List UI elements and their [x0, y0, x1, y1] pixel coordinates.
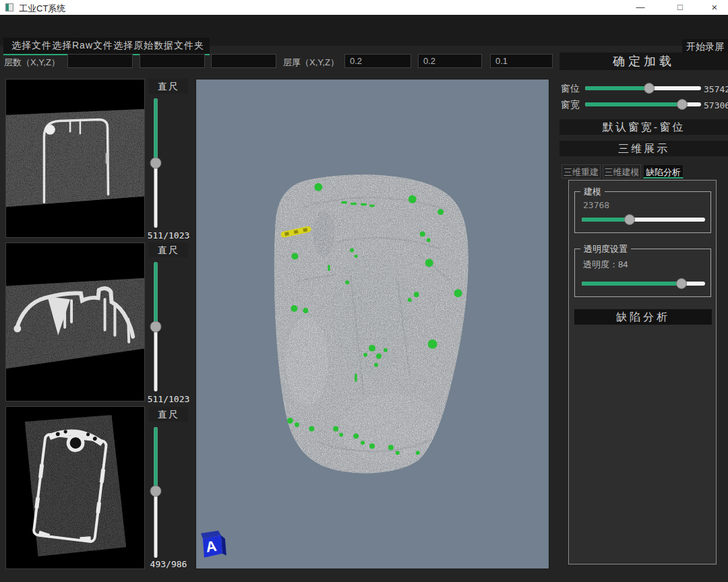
- file-button-group: 选择文件 选择Raw文件 选择原始数据文件夹: [3, 38, 210, 55]
- select-folder-button[interactable]: 选择原始数据文件夹: [113, 40, 204, 52]
- slice-slider-3-thumb[interactable]: [150, 486, 162, 497]
- slice-slider-3[interactable]: [150, 427, 161, 558]
- app-icon: [5, 3, 13, 11]
- default-ww-wl-button[interactable]: 默认窗宽-窗位: [559, 119, 728, 135]
- layers-x-input[interactable]: [67, 54, 133, 68]
- opacity-groupbox: 透明度设置 透明度：84: [574, 249, 711, 297]
- slice-slider-1[interactable]: [150, 98, 161, 228]
- modeling-slider[interactable]: [582, 215, 705, 224]
- orientation-cube[interactable]: A: [201, 531, 226, 558]
- industrial-ct-app: 工业CT系统 — □ × 选择文件 选择Raw文件 选择原始数据文件夹 开始录屏…: [0, 0, 728, 582]
- ct-slice-view-yz: [5, 406, 145, 569]
- select-file-button[interactable]: 选择文件: [11, 40, 52, 52]
- opacity-text: 透明度：84: [583, 259, 628, 271]
- slice-position-1: 511/1023: [143, 230, 194, 240]
- tab-3d-reconstruction[interactable]: 三维重建: [562, 164, 601, 179]
- window-level-thumb[interactable]: [644, 83, 655, 94]
- thickness-x-input[interactable]: [344, 54, 411, 68]
- ct-slice-view-xy: [5, 79, 145, 238]
- opacity-slider-thumb[interactable]: [676, 278, 687, 289]
- modeling-value: 23768: [583, 200, 609, 210]
- slice-position-3: 493/986: [143, 559, 194, 569]
- slice-slider-2-thumb[interactable]: [150, 321, 162, 333]
- layers-label: 层数（X,Y,Z）: [4, 57, 60, 69]
- ct-slice-image-2: [6, 243, 144, 401]
- window-width-value: 57306: [704, 100, 728, 110]
- toolbar: 选择文件 选择Raw文件 选择原始数据文件夹 开始录屏: [0, 15, 728, 46]
- opacity-group-label: 透明度设置: [580, 243, 631, 255]
- slice-position-2: 511/1023: [143, 394, 194, 404]
- ct-slice-view-xz: [5, 243, 145, 401]
- layers-y-input[interactable]: [140, 54, 205, 68]
- ruler-button-3[interactable]: 直尺: [149, 407, 188, 422]
- slice-slider-1-thumb[interactable]: [150, 158, 162, 169]
- thickness-y-input[interactable]: [418, 54, 482, 68]
- opacity-slider[interactable]: [582, 279, 705, 288]
- modeling-groupbox: 建模 23768: [574, 191, 711, 233]
- layers-z-input[interactable]: [211, 54, 276, 68]
- confirm-load-button[interactable]: 确定加载: [559, 53, 728, 70]
- defect-analysis-panel: [568, 180, 717, 564]
- ruler-button-1[interactable]: 直尺: [149, 79, 188, 94]
- ct-slice-image-3: [6, 407, 144, 569]
- maximize-button[interactable]: □: [669, 0, 691, 15]
- window-level-value: 35742: [704, 84, 728, 94]
- window-width-thumb[interactable]: [677, 99, 688, 110]
- window-width-label: 窗宽: [561, 99, 580, 111]
- title-bar: 工业CT系统 — □ ×: [0, 0, 728, 15]
- close-button[interactable]: ×: [704, 0, 725, 15]
- thickness-label: 层厚（X,Y,Z）: [283, 57, 339, 69]
- tab-defect-analysis[interactable]: 缺陷分析: [643, 164, 684, 179]
- 3d-viewport[interactable]: A: [195, 79, 549, 569]
- window-width-slider[interactable]: [585, 100, 701, 109]
- modeling-slider-thumb[interactable]: [624, 214, 635, 225]
- modeling-slider-track[interactable]: [582, 218, 705, 222]
- modeling-group-label: 建模: [580, 186, 605, 198]
- show-3d-button[interactable]: 三维展示: [559, 141, 728, 156]
- tab-3d-modeling[interactable]: 三维建模: [603, 164, 641, 179]
- defect-analysis-button[interactable]: 缺陷分析: [574, 309, 712, 325]
- window-level-label: 窗位: [561, 83, 580, 95]
- slice-slider-2[interactable]: [150, 262, 161, 391]
- ruler-button-2[interactable]: 直尺: [149, 243, 188, 257]
- select-raw-button[interactable]: 选择Raw文件: [52, 40, 113, 52]
- thickness-z-input[interactable]: [490, 54, 553, 68]
- window-level-slider[interactable]: [585, 84, 701, 93]
- ct-slice-image-1: [6, 79, 144, 237]
- window-title: 工业CT系统: [19, 3, 65, 15]
- minimize-button[interactable]: —: [630, 0, 651, 15]
- 3d-model: A: [196, 79, 549, 569]
